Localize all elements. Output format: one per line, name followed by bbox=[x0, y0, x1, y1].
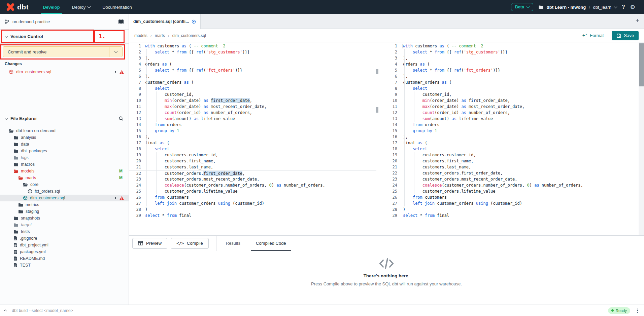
command-input[interactable] bbox=[11, 308, 603, 313]
breadcrumb-models[interactable]: models bbox=[134, 33, 147, 38]
code-line[interactable]: 12 count(order_id) as number_of_orders, bbox=[129, 110, 376, 116]
tree-item-dim-customers-sql[interactable]: dim_customers.sql bbox=[0, 195, 129, 201]
chevron-up-icon[interactable] bbox=[4, 309, 7, 313]
code-line[interactable]: 24 coalesce(customer_orders.number_of_or… bbox=[390, 182, 639, 188]
code-line[interactable]: 8 select bbox=[390, 85, 639, 91]
code-line[interactable]: 25 customer_orders.lifetime_value bbox=[129, 188, 376, 194]
commit-and-resolve-button[interactable]: Commit and resolve bbox=[3, 46, 123, 57]
tree-item-target[interactable]: target bbox=[0, 222, 129, 228]
code-line[interactable]: 7customer_orders as ( bbox=[129, 79, 376, 85]
code-line[interactable]: 18 select bbox=[390, 146, 639, 152]
code-line[interactable]: 17final as ( bbox=[390, 140, 639, 146]
format-button[interactable]: ✦+ Format bbox=[582, 33, 604, 38]
tree-item-readme-md[interactable]: README.md bbox=[0, 255, 129, 262]
nav-item-develop[interactable]: Develop bbox=[43, 0, 60, 14]
code-line[interactable]: 3), bbox=[129, 55, 376, 61]
git-branch-selector[interactable]: on-demand-practice bbox=[0, 14, 129, 30]
tab-compiled-code[interactable]: Compiled Code bbox=[256, 236, 286, 251]
account-switcher[interactable]: dbt Learn - mwong / dbt_learn bbox=[538, 5, 617, 10]
code-line[interactable]: 25 customer_orders.lifetime_value bbox=[390, 188, 639, 194]
tree-item-staging[interactable]: staging bbox=[0, 208, 129, 215]
nav-item-deploy[interactable]: Deploy bbox=[72, 0, 90, 14]
code-line[interactable]: 20 customers.first_name, bbox=[129, 158, 376, 164]
breadcrumb-marts[interactable]: marts bbox=[155, 33, 165, 38]
tab-dim-customers[interactable]: dim_customers.sql (confli... bbox=[129, 14, 201, 29]
code-line[interactable]: 28) bbox=[129, 206, 376, 212]
code-line[interactable]: 20 customers.first_name, bbox=[390, 158, 639, 164]
code-line[interactable]: 10 min(order_date) as first_order_date, bbox=[390, 97, 639, 104]
nav-item-documentation[interactable]: Documentation bbox=[102, 0, 132, 14]
code-line[interactable]: 13 sum(amount) as lifetime_value bbox=[129, 116, 376, 122]
tree-item-macros[interactable]: macros bbox=[0, 161, 129, 168]
beta-button[interactable]: Beta bbox=[511, 3, 533, 11]
search-icon[interactable] bbox=[118, 116, 124, 121]
code-line[interactable]: 5 select * from {{ ref('fct_orders')}} bbox=[390, 67, 639, 73]
code-line[interactable]: 19 customers.customer_id, bbox=[390, 152, 639, 158]
code-line[interactable]: 3), bbox=[390, 55, 639, 61]
tree-item-dbt-project-yml[interactable]: dbt_project.yml bbox=[0, 242, 129, 248]
code-line[interactable]: 24 coalesce(customer_orders.number_of_or… bbox=[129, 182, 376, 188]
compile-button[interactable]: </> Compile bbox=[171, 238, 208, 249]
new-tab-button[interactable]: + bbox=[636, 17, 639, 25]
tree-item-test[interactable]: TEST bbox=[0, 262, 129, 269]
code-line[interactable]: 15 group by 1 bbox=[129, 128, 376, 134]
save-button[interactable]: Save bbox=[612, 31, 639, 40]
code-line[interactable]: 4orders as ( bbox=[129, 61, 376, 67]
tab-results[interactable]: Results bbox=[226, 236, 240, 251]
code-line[interactable]: 22 customer_orders.first_order_date, bbox=[129, 170, 376, 176]
tree-item--gitignore[interactable]: .gitignore bbox=[0, 235, 129, 242]
tree-item-models[interactable]: modelsM bbox=[0, 168, 129, 174]
code-line[interactable]: 22 customer_orders.first_order_date, bbox=[390, 170, 639, 176]
tree-item-metrics[interactable]: metrics bbox=[0, 201, 129, 208]
code-line[interactable]: 11 max(order_date) as most_recent_order_… bbox=[129, 104, 376, 110]
code-line[interactable]: 14 from orders bbox=[390, 122, 639, 128]
tree-item-analysis[interactable]: analysis bbox=[0, 134, 129, 141]
code-line[interactable]: 11 max(order_date) as most_recent_order_… bbox=[390, 104, 639, 110]
code-line[interactable]: 5 select * from {{ ref('fct_orders')}} bbox=[129, 67, 376, 73]
code-line[interactable]: 8 select bbox=[129, 85, 376, 91]
tree-item-packages-yml[interactable]: packages.yml bbox=[0, 248, 129, 255]
code-line[interactable]: 23 customer_orders.most_recent_order_dat… bbox=[390, 176, 639, 182]
tree-item-marts[interactable]: martsM bbox=[0, 174, 129, 181]
code-line[interactable]: 29select * from final bbox=[390, 212, 639, 219]
kebab-menu-icon[interactable]: ⋮ bbox=[635, 308, 640, 314]
scrollbar-thumb[interactable] bbox=[639, 43, 644, 86]
code-line[interactable]: 2 select * from {{ ref('stg_customers')}… bbox=[390, 49, 639, 55]
preview-button[interactable]: Preview bbox=[132, 238, 167, 249]
code-line[interactable]: 27 left join customer_orders using (cust… bbox=[129, 200, 376, 206]
tree-item-dbt-learn-on-demand[interactable]: dbt-learn-on-demand bbox=[0, 127, 129, 134]
code-line[interactable]: 17final as ( bbox=[129, 140, 376, 146]
commit-dropdown-toggle[interactable] bbox=[109, 47, 122, 57]
code-line[interactable]: 7customer_orders as ( bbox=[390, 79, 639, 85]
code-line[interactable]: 12 count(order_id) as number_of_orders, bbox=[390, 110, 639, 116]
code-line[interactable]: 19 customers.customer_id, bbox=[129, 152, 376, 158]
code-line[interactable]: 15 group by 1 bbox=[390, 128, 639, 134]
file-explorer-header[interactable]: File Explorer bbox=[0, 113, 129, 124]
tree-item-data[interactable]: data bbox=[0, 141, 129, 148]
code-line[interactable]: 21 customers.last_name, bbox=[129, 164, 376, 170]
code-line[interactable]: 16), bbox=[390, 134, 639, 140]
code-line[interactable]: 26 from customers bbox=[390, 194, 639, 200]
code-line[interactable]: 10 min(order_date) as first_order_date, bbox=[129, 97, 376, 104]
code-line[interactable]: 6), bbox=[129, 73, 376, 79]
code-line[interactable]: 23 customer_orders.most_recent_order_dat… bbox=[129, 176, 376, 182]
breadcrumb-file[interactable]: dim_customers.sql bbox=[172, 33, 206, 38]
code-line[interactable]: 13 sum(amount) as lifetime_value bbox=[390, 116, 639, 122]
tree-item-snapshots[interactable]: snapshots bbox=[0, 215, 129, 222]
tree-item-tests[interactable]: tests bbox=[0, 228, 129, 235]
gear-icon[interactable]: ⚙ bbox=[630, 4, 635, 10]
code-line[interactable]: 9 customer_id, bbox=[390, 91, 639, 97]
code-line[interactable]: 26 from customers bbox=[129, 194, 376, 200]
tree-item-dbt-packages[interactable]: dbt_packages bbox=[0, 148, 129, 154]
code-line[interactable]: 2 select * from {{ ref('stg_customers')}… bbox=[129, 49, 376, 55]
code-line[interactable]: 6), bbox=[390, 73, 639, 79]
tree-item-fct-orders-sql[interactable]: fct_orders.sql bbox=[0, 188, 129, 195]
code-line[interactable]: 29select * from final bbox=[129, 212, 376, 219]
status-badge[interactable]: Ready bbox=[608, 307, 630, 314]
code-line[interactable]: 1with customers as ( -- comment 2 bbox=[390, 43, 639, 49]
code-line[interactable]: 21 customers.last_name, bbox=[390, 164, 639, 170]
code-line[interactable]: 9 customer_id, bbox=[129, 91, 376, 97]
docs-book-icon[interactable] bbox=[118, 19, 124, 24]
code-line[interactable]: 18 select bbox=[129, 146, 376, 152]
code-line[interactable]: 14 from orders bbox=[129, 122, 376, 128]
